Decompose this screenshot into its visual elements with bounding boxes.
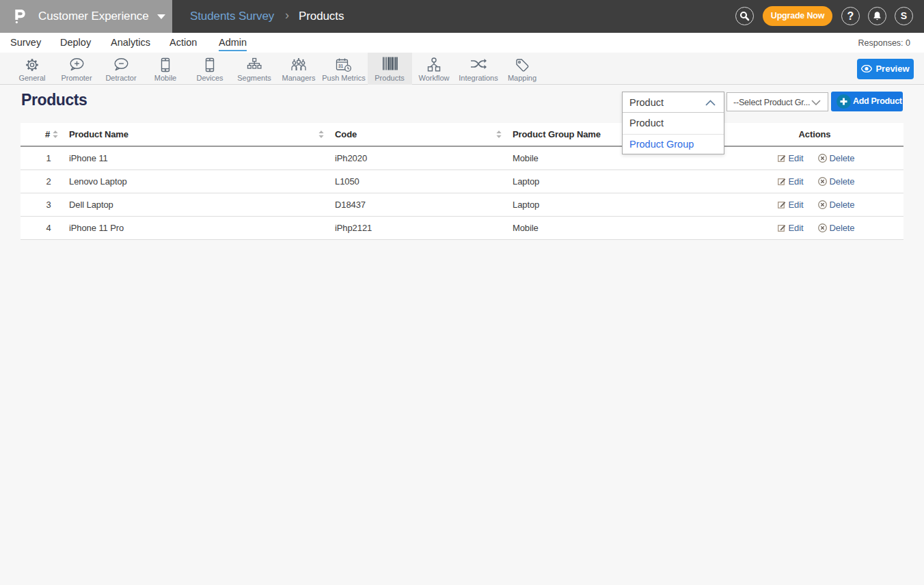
svg-text:31: 31 <box>338 64 344 68</box>
